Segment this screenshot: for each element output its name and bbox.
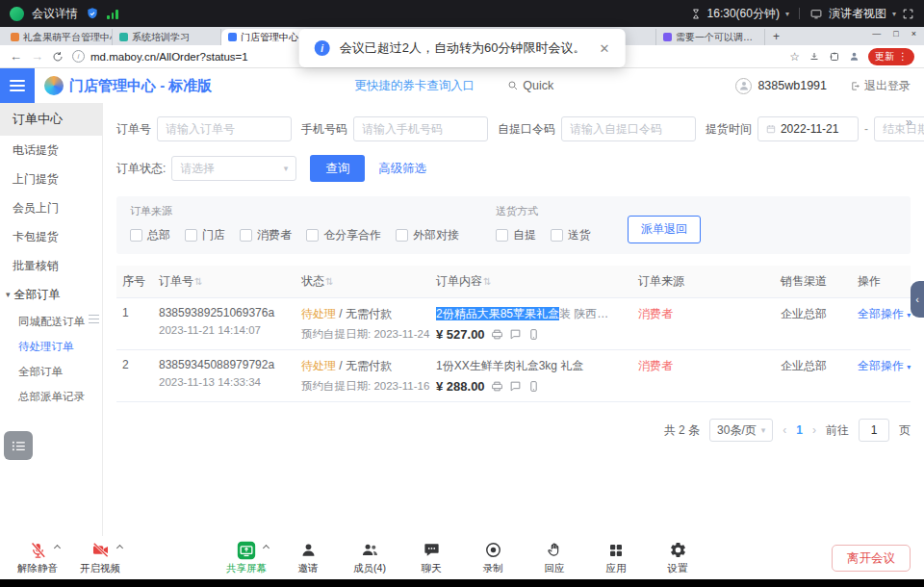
checkbox-icon[interactable] bbox=[551, 229, 563, 242]
refresh-icon[interactable] bbox=[52, 51, 64, 63]
page-size-select[interactable]: 30条/页▾ bbox=[709, 419, 773, 442]
header-order-no[interactable]: 订单号⇅ bbox=[153, 266, 295, 297]
current-page[interactable]: 1 bbox=[796, 423, 803, 437]
chat-button[interactable]: 聊天 bbox=[407, 540, 455, 575]
sidebar-item-card-pickup[interactable]: 卡包提货 bbox=[0, 222, 102, 251]
sidebar-toggle-button[interactable] bbox=[0, 68, 35, 103]
leave-meeting-button[interactable]: 离开会议 bbox=[832, 545, 911, 572]
checkbox-delivery[interactable]: 送货 bbox=[551, 227, 591, 243]
sidebar-item-city-delivery-orders[interactable]: 同城配送订单 bbox=[0, 309, 102, 334]
bookmark-star-icon[interactable]: ☆ bbox=[789, 50, 800, 64]
user-avatar-icon bbox=[735, 78, 752, 94]
header-status[interactable]: 状态⇅ bbox=[295, 266, 430, 297]
browser-update-button[interactable]: 更新⋮ bbox=[868, 48, 914, 65]
sidebar-item-batch-verify[interactable]: 批量核销 bbox=[0, 251, 102, 280]
settings-button[interactable]: 设置 bbox=[654, 540, 702, 575]
row-actions-dropdown[interactable]: 全部操作 ▾ bbox=[858, 359, 911, 372]
timer-dropdown-caret[interactable]: ▾ bbox=[785, 10, 789, 18]
start-date-input[interactable] bbox=[781, 122, 850, 136]
checkbox-icon[interactable] bbox=[240, 229, 252, 242]
search-button[interactable]: 查询 bbox=[310, 155, 365, 182]
sidebar-section-order-center[interactable]: 订单中心 bbox=[0, 103, 102, 136]
row-actions-dropdown[interactable]: 全部操作 ▾ bbox=[858, 307, 911, 320]
order-status-select[interactable]: 请选择 ▾ bbox=[171, 156, 296, 181]
close-window-icon[interactable]: × bbox=[911, 29, 916, 38]
checkbox-share-coop[interactable]: 仓分享合作 bbox=[306, 227, 381, 243]
phone-icon[interactable] bbox=[527, 328, 540, 341]
sidebar-item-pending-orders[interactable]: 待处理订单 bbox=[0, 334, 102, 359]
browser-tab[interactable]: 需要一个可以调… bbox=[656, 29, 765, 45]
record-button[interactable]: 录制 bbox=[469, 540, 517, 575]
checkbox-consumer[interactable]: 消费者 bbox=[240, 227, 292, 243]
forward-icon[interactable]: → bbox=[31, 50, 43, 63]
header-content[interactable]: 订单内容⇅ bbox=[430, 266, 632, 297]
mic-options-caret[interactable] bbox=[54, 545, 61, 551]
sidebar-drag-handle-icon[interactable] bbox=[89, 315, 99, 323]
new-tab-button[interactable]: + bbox=[765, 29, 787, 45]
camera-options-caret[interactable] bbox=[116, 545, 123, 551]
quick-search[interactable]: Quick bbox=[507, 79, 553, 92]
annotation-tools-button[interactable] bbox=[4, 431, 33, 460]
reactions-button[interactable]: 回应 bbox=[530, 540, 578, 575]
browser-tab[interactable]: 礼盒果萌平台管理中心 bbox=[4, 29, 113, 45]
order-no-input[interactable] bbox=[166, 122, 283, 136]
fullscreen-icon[interactable] bbox=[902, 8, 914, 20]
meeting-details-link[interactable]: 会议详情 bbox=[32, 6, 78, 22]
share-options-caret[interactable] bbox=[263, 545, 270, 551]
prev-page-button[interactable]: ‹ bbox=[783, 423, 786, 437]
sidebar-item-door-pickup[interactable]: 上门提货 bbox=[0, 165, 102, 193]
print-icon[interactable] bbox=[491, 328, 503, 341]
download-icon[interactable] bbox=[808, 51, 820, 63]
sort-icon[interactable]: ⇅ bbox=[325, 276, 333, 287]
site-info-icon[interactable]: i bbox=[72, 50, 85, 63]
back-icon[interactable]: ← bbox=[10, 50, 22, 63]
checkbox-icon[interactable] bbox=[130, 229, 142, 242]
sidebar-item-hq-dispatch-records[interactable]: 总部派单记录 bbox=[0, 384, 102, 409]
unmute-button[interactable]: 解除静音 bbox=[13, 540, 62, 575]
members-button[interactable]: 成员(4) bbox=[346, 540, 394, 575]
checkbox-icon[interactable] bbox=[396, 229, 408, 242]
end-date-input[interactable] bbox=[883, 122, 924, 136]
sidebar-item-phone-pickup[interactable]: 电话提货 bbox=[0, 136, 102, 165]
user-chip[interactable]: 8385wb1991 bbox=[735, 78, 827, 94]
next-page-button[interactable]: › bbox=[812, 423, 816, 437]
checkbox-icon[interactable] bbox=[496, 229, 508, 242]
checkbox-store[interactable]: 门店 bbox=[185, 227, 225, 243]
invite-button[interactable]: 邀请 bbox=[284, 540, 332, 575]
print-icon[interactable] bbox=[491, 380, 503, 393]
start-video-button[interactable]: 开启视频 bbox=[76, 540, 124, 575]
panel-collapse-icon[interactable]: » bbox=[906, 115, 912, 129]
logout-button[interactable]: 退出登录 bbox=[850, 78, 911, 94]
view-dropdown-caret[interactable]: ▾ bbox=[892, 10, 896, 18]
minimize-icon[interactable]: — bbox=[872, 29, 881, 38]
browser-profile-avatar[interactable] bbox=[849, 48, 860, 65]
sort-icon[interactable]: ⇅ bbox=[194, 276, 202, 287]
sidebar-group-all-orders[interactable]: ▾ 全部订单 bbox=[0, 280, 102, 309]
sidebar-item-member-visit[interactable]: 会员上门 bbox=[0, 193, 102, 222]
pickup-code-input[interactable] bbox=[570, 122, 687, 136]
message-icon[interactable] bbox=[509, 380, 522, 393]
goto-page-input[interactable] bbox=[859, 419, 889, 442]
coupon-query-link[interactable]: 更快捷的券卡查询入口 bbox=[354, 78, 475, 94]
advanced-filter-link[interactable]: 高级筛选 bbox=[378, 161, 426, 177]
sidebar-item-all-orders[interactable]: 全部订单 bbox=[0, 359, 102, 384]
checkbox-icon[interactable] bbox=[185, 229, 197, 242]
extensions-puzzle-icon[interactable] bbox=[829, 51, 840, 63]
checkbox-self-pickup[interactable]: 自提 bbox=[496, 227, 536, 243]
sort-icon[interactable]: ⇅ bbox=[483, 276, 491, 287]
share-screen-button[interactable]: 共享屏幕 bbox=[222, 540, 270, 575]
message-icon[interactable] bbox=[509, 328, 522, 341]
apps-button[interactable]: 应用 bbox=[592, 540, 640, 575]
side-panel-handle[interactable]: ‹ bbox=[911, 281, 924, 318]
maximize-icon[interactable]: □ bbox=[893, 29, 898, 38]
browser-menu-icon[interactable]: ⋮ bbox=[898, 51, 908, 62]
toast-close-icon[interactable]: ✕ bbox=[599, 41, 609, 56]
checkbox-hq[interactable]: 总部 bbox=[130, 227, 170, 243]
checkbox-icon[interactable] bbox=[306, 229, 319, 242]
phone-icon[interactable] bbox=[527, 380, 540, 393]
view-mode-label[interactable]: 演讲者视图 bbox=[829, 6, 886, 22]
phone-input[interactable] bbox=[362, 122, 479, 136]
dispatch-return-button[interactable]: 派单退回 bbox=[628, 216, 701, 243]
checkbox-external[interactable]: 外部对接 bbox=[396, 227, 459, 243]
browser-tab[interactable]: 系统培训学习 bbox=[113, 29, 221, 45]
